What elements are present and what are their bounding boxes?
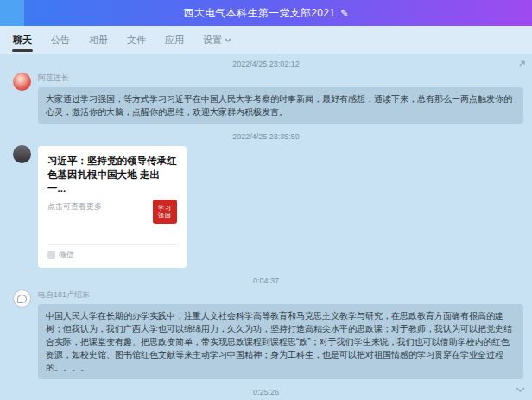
tab-files[interactable]: 文件 xyxy=(126,26,147,54)
avatar[interactable] xyxy=(13,289,31,308)
chat-message: 电自181卢绍东 中国人民大学在长期的办学实践中，注重人文社会科学高等教育和马克… xyxy=(0,288,532,383)
tab-chat-label: 聊天 xyxy=(13,34,32,47)
tab-announcement-label: 公告 xyxy=(51,34,70,47)
sender-name: 阿莲连长 xyxy=(38,73,523,84)
tab-album[interactable]: 相册 xyxy=(88,26,109,54)
group-title: 西大电气本科生第一党支部2021 xyxy=(184,6,336,21)
tab-announcement[interactable]: 公告 xyxy=(50,26,71,54)
group-chat-window: 西大电气本科生第一党支部2021 ✎ 聊天 公告 相册 文件 应用 设置 202… xyxy=(0,0,532,400)
tab-apps[interactable]: 应用 xyxy=(164,26,185,54)
timestamp: 0:04:37 xyxy=(0,276,532,285)
timestamp: 2022/4/25 23:35:59 xyxy=(0,132,532,141)
wechat-source-icon xyxy=(48,251,55,259)
avatar[interactable] xyxy=(13,73,31,91)
message-bubble: 中国人民大学在长期的办学实践中，注重人文社会科学高等教育和马克思主义教学与研究，… xyxy=(38,304,523,379)
chevron-down-icon xyxy=(225,38,231,42)
chat-message-area: 2022/4/25 23:02:12 阿莲连长 大家通过学习强国，等方式学习习近… xyxy=(0,54,532,400)
xuexi-qiangguo-logo-icon: 学习 强国 xyxy=(153,200,177,224)
timestamp: 2022/4/25 23:02:12 xyxy=(0,60,532,68)
tab-album-label: 相册 xyxy=(89,34,108,47)
tab-apps-label: 应用 xyxy=(165,34,184,47)
tab-settings-label: 设置 xyxy=(203,34,222,47)
tab-settings[interactable]: 设置 xyxy=(202,26,232,54)
sender-name: 电自181卢绍东 xyxy=(38,289,523,301)
card-source: 微信 xyxy=(59,250,74,261)
tab-bar: 聊天 公告 相册 文件 应用 设置 xyxy=(0,26,532,54)
avatar[interactable] xyxy=(13,145,31,163)
chat-message: 习近平：坚持党的领导传承红色基因扎根中国大地 走出一... 点击可查看更多 学习… xyxy=(0,143,532,271)
tab-chat[interactable]: 聊天 xyxy=(12,26,33,54)
tab-files-label: 文件 xyxy=(127,34,146,47)
edit-title-icon[interactable]: ✎ xyxy=(340,8,348,19)
title-bar: 西大电气本科生第一党支部2021 ✎ xyxy=(0,0,532,26)
card-title: 习近平：坚持党的领导传承红色基因扎根中国大地 走出一... xyxy=(48,154,177,195)
shared-link-card[interactable]: 习近平：坚持党的领导传承红色基因扎根中国大地 走出一... 点击可查看更多 学习… xyxy=(38,146,187,268)
expand-arrow-icon[interactable] xyxy=(517,56,526,72)
titlebar-corner-accent xyxy=(0,0,24,26)
scroll-down-chevron-icon[interactable] xyxy=(516,381,525,397)
timestamp: 0:25:26 xyxy=(0,388,532,397)
card-hint: 点击可查看更多 xyxy=(48,200,102,213)
message-bubble: 大家通过学习强国，等方式学习习近平在中国人民大学考察的时事新闻，最好有感想，通读… xyxy=(38,87,523,124)
chat-message: 阿莲连长 大家通过学习强国，等方式学习习近平在中国人民大学考察的时事新闻，最好有… xyxy=(0,71,532,127)
